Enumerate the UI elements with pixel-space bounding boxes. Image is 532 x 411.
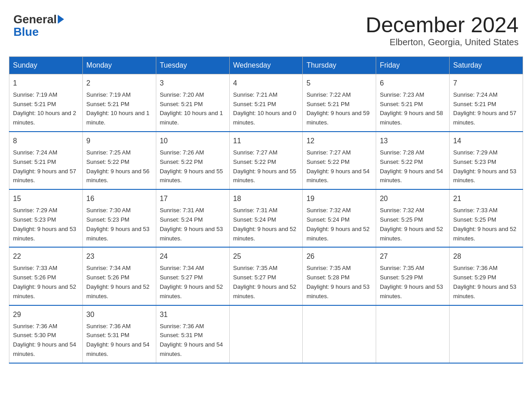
- day-info: Sunrise: 7:34 AMSunset: 5:27 PMDaylight:…: [160, 264, 226, 301]
- day-number: 17: [160, 193, 226, 204]
- calendar-cell: 18 Sunrise: 7:31 AMSunset: 5:24 PMDaylig…: [229, 189, 303, 247]
- calendar-cell: [450, 305, 523, 363]
- day-number: 10: [160, 136, 226, 146]
- day-number: 30: [86, 309, 152, 320]
- calendar-cell: 12 Sunrise: 7:27 AMSunset: 5:22 PMDaylig…: [303, 132, 376, 189]
- day-header-tuesday: Tuesday: [156, 56, 229, 74]
- logo-arrow-icon: [58, 15, 64, 24]
- week-row-1: 1 Sunrise: 7:19 AMSunset: 5:21 PMDayligh…: [9, 74, 523, 132]
- logo: General Blue: [13, 13, 65, 39]
- day-info: Sunrise: 7:36 AMSunset: 5:31 PMDaylight:…: [86, 322, 152, 359]
- calendar-cell: 1 Sunrise: 7:19 AMSunset: 5:21 PMDayligh…: [9, 74, 83, 132]
- calendar-cell: 30 Sunrise: 7:36 AMSunset: 5:31 PMDaylig…: [82, 305, 156, 363]
- day-info: Sunrise: 7:35 AMSunset: 5:29 PMDaylight:…: [380, 264, 446, 301]
- calendar-cell: 21 Sunrise: 7:33 AMSunset: 5:25 PMDaylig…: [450, 189, 523, 247]
- day-number: 18: [233, 193, 299, 204]
- day-info: Sunrise: 7:31 AMSunset: 5:24 PMDaylight:…: [233, 206, 299, 243]
- day-info: Sunrise: 7:28 AMSunset: 5:22 PMDaylight:…: [380, 148, 446, 185]
- day-number: 5: [306, 78, 372, 89]
- calendar-cell: 27 Sunrise: 7:35 AMSunset: 5:29 PMDaylig…: [376, 247, 450, 305]
- day-header-monday: Monday: [82, 56, 156, 74]
- day-info: Sunrise: 7:22 AMSunset: 5:21 PMDaylight:…: [306, 90, 372, 128]
- day-header-wednesday: Wednesday: [229, 56, 303, 74]
- calendar-title: December 2024: [365, 13, 519, 37]
- day-number: 16: [86, 193, 152, 204]
- day-number: 29: [13, 309, 79, 320]
- day-number: 13: [380, 136, 446, 146]
- title-section: December 2024 Elberton, Georgia, United …: [365, 13, 519, 47]
- day-number: 3: [160, 78, 226, 89]
- day-info: Sunrise: 7:19 AMSunset: 5:21 PMDaylight:…: [86, 90, 152, 128]
- day-number: 15: [13, 193, 79, 204]
- day-number: 1: [13, 78, 79, 89]
- day-info: Sunrise: 7:29 AMSunset: 5:23 PMDaylight:…: [13, 206, 79, 243]
- calendar-cell: 13 Sunrise: 7:28 AMSunset: 5:22 PMDaylig…: [376, 132, 450, 189]
- calendar-cell: 14 Sunrise: 7:29 AMSunset: 5:23 PMDaylig…: [450, 132, 523, 189]
- day-number: 11: [233, 136, 299, 146]
- day-number: 20: [380, 193, 446, 204]
- day-header-sunday: Sunday: [9, 56, 83, 74]
- day-number: 19: [306, 193, 372, 204]
- day-info: Sunrise: 7:36 AMSunset: 5:29 PMDaylight:…: [453, 264, 519, 301]
- day-info: Sunrise: 7:32 AMSunset: 5:24 PMDaylight:…: [306, 206, 372, 243]
- day-info: Sunrise: 7:21 AMSunset: 5:21 PMDaylight:…: [233, 90, 299, 128]
- calendar-cell: 4 Sunrise: 7:21 AMSunset: 5:21 PMDayligh…: [229, 74, 303, 132]
- day-number: 24: [160, 251, 226, 262]
- day-info: Sunrise: 7:34 AMSunset: 5:26 PMDaylight:…: [86, 264, 152, 301]
- calendar-header-row: SundayMondayTuesdayWednesdayThursdayFrid…: [9, 56, 523, 74]
- day-info: Sunrise: 7:26 AMSunset: 5:22 PMDaylight:…: [160, 148, 226, 185]
- day-info: Sunrise: 7:29 AMSunset: 5:23 PMDaylight:…: [453, 148, 519, 185]
- calendar-cell: 23 Sunrise: 7:34 AMSunset: 5:26 PMDaylig…: [82, 247, 156, 305]
- calendar-cell: 9 Sunrise: 7:25 AMSunset: 5:22 PMDayligh…: [82, 132, 156, 189]
- day-header-friday: Friday: [376, 56, 450, 74]
- day-number: 21: [453, 193, 519, 204]
- calendar-cell: 16 Sunrise: 7:30 AMSunset: 5:23 PMDaylig…: [82, 189, 156, 247]
- calendar-cell: 2 Sunrise: 7:19 AMSunset: 5:21 PMDayligh…: [82, 74, 156, 132]
- day-info: Sunrise: 7:35 AMSunset: 5:28 PMDaylight:…: [306, 264, 372, 301]
- day-number: 2: [86, 78, 152, 89]
- day-number: 31: [160, 309, 226, 320]
- calendar-cell: 29 Sunrise: 7:36 AMSunset: 5:30 PMDaylig…: [9, 305, 83, 363]
- day-info: Sunrise: 7:24 AMSunset: 5:21 PMDaylight:…: [13, 148, 79, 185]
- day-info: Sunrise: 7:20 AMSunset: 5:21 PMDaylight:…: [160, 90, 226, 128]
- day-number: 22: [13, 251, 79, 262]
- calendar-subtitle: Elberton, Georgia, United States: [365, 37, 519, 47]
- logo-general-text: General: [13, 13, 57, 25]
- calendar-cell: 25 Sunrise: 7:35 AMSunset: 5:27 PMDaylig…: [229, 247, 303, 305]
- day-number: 8: [13, 136, 79, 146]
- day-number: 14: [453, 136, 519, 146]
- calendar-cell: 19 Sunrise: 7:32 AMSunset: 5:24 PMDaylig…: [303, 189, 376, 247]
- day-info: Sunrise: 7:36 AMSunset: 5:31 PMDaylight:…: [160, 322, 226, 359]
- day-info: Sunrise: 7:19 AMSunset: 5:21 PMDaylight:…: [13, 90, 79, 128]
- calendar-cell: 8 Sunrise: 7:24 AMSunset: 5:21 PMDayligh…: [9, 132, 83, 189]
- week-row-3: 15 Sunrise: 7:29 AMSunset: 5:23 PMDaylig…: [9, 189, 523, 247]
- day-header-saturday: Saturday: [450, 56, 523, 74]
- day-number: 6: [380, 78, 446, 89]
- day-number: 9: [86, 136, 152, 146]
- calendar-cell: 5 Sunrise: 7:22 AMSunset: 5:21 PMDayligh…: [303, 74, 376, 132]
- calendar-cell: 28 Sunrise: 7:36 AMSunset: 5:29 PMDaylig…: [450, 247, 523, 305]
- day-number: 4: [233, 78, 299, 89]
- week-row-4: 22 Sunrise: 7:33 AMSunset: 5:26 PMDaylig…: [9, 247, 523, 305]
- day-info: Sunrise: 7:27 AMSunset: 5:22 PMDaylight:…: [233, 148, 299, 185]
- calendar-cell: 17 Sunrise: 7:31 AMSunset: 5:24 PMDaylig…: [156, 189, 229, 247]
- logo-blue-text: Blue: [13, 25, 39, 39]
- day-number: 25: [233, 251, 299, 262]
- calendar-cell: [376, 305, 450, 363]
- day-info: Sunrise: 7:33 AMSunset: 5:25 PMDaylight:…: [453, 206, 519, 243]
- calendar-cell: 20 Sunrise: 7:32 AMSunset: 5:25 PMDaylig…: [376, 189, 450, 247]
- calendar-cell: [303, 305, 376, 363]
- day-number: 23: [86, 251, 152, 262]
- calendar-cell: [229, 305, 303, 363]
- day-info: Sunrise: 7:32 AMSunset: 5:25 PMDaylight:…: [380, 206, 446, 243]
- day-info: Sunrise: 7:23 AMSunset: 5:21 PMDaylight:…: [380, 90, 446, 128]
- day-info: Sunrise: 7:31 AMSunset: 5:24 PMDaylight:…: [160, 206, 226, 243]
- calendar-cell: 10 Sunrise: 7:26 AMSunset: 5:22 PMDaylig…: [156, 132, 229, 189]
- calendar-cell: 11 Sunrise: 7:27 AMSunset: 5:22 PMDaylig…: [229, 132, 303, 189]
- calendar-cell: 24 Sunrise: 7:34 AMSunset: 5:27 PMDaylig…: [156, 247, 229, 305]
- calendar-cell: 26 Sunrise: 7:35 AMSunset: 5:28 PMDaylig…: [303, 247, 376, 305]
- day-number: 26: [306, 251, 372, 262]
- calendar-cell: 31 Sunrise: 7:36 AMSunset: 5:31 PMDaylig…: [156, 305, 229, 363]
- day-info: Sunrise: 7:27 AMSunset: 5:22 PMDaylight:…: [306, 148, 372, 185]
- day-header-thursday: Thursday: [303, 56, 376, 74]
